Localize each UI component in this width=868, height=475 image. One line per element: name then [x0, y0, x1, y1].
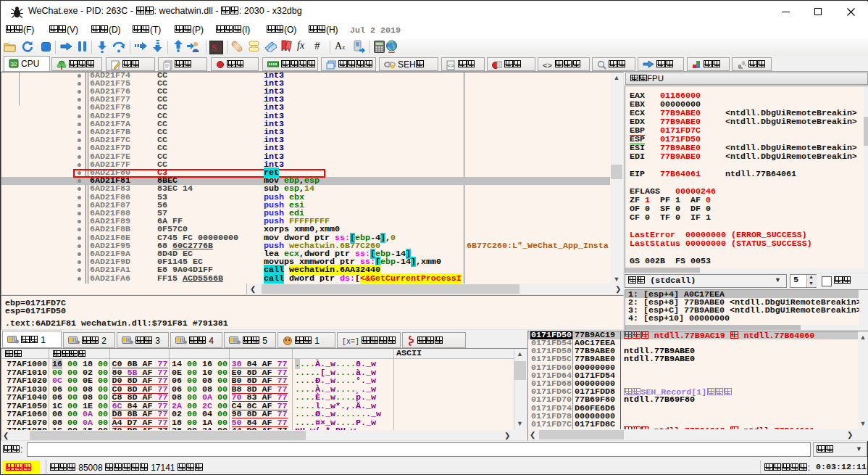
svg-text:<>: <>	[447, 62, 454, 69]
svg-text:32: 32	[11, 61, 17, 67]
